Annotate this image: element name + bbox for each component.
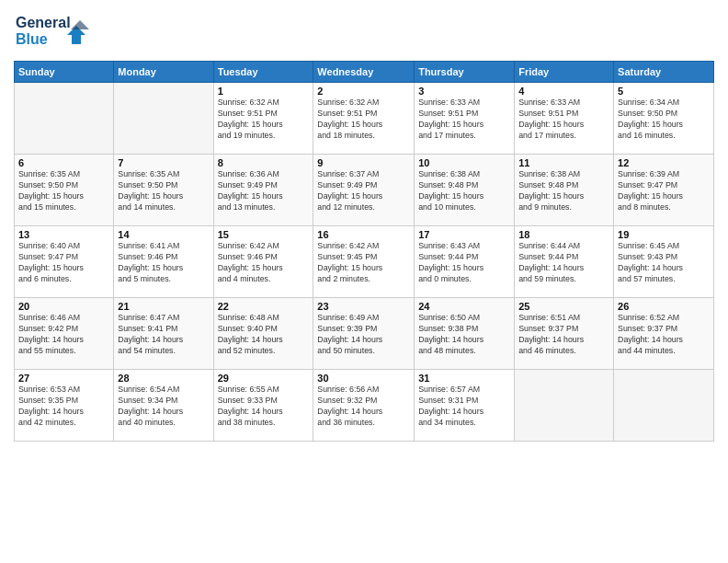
calendar-day-cell bbox=[114, 83, 213, 155]
day-info: Sunrise: 6:52 AM Sunset: 9:37 PM Dayligh… bbox=[618, 313, 710, 357]
calendar-week-row: 6Sunrise: 6:35 AM Sunset: 9:50 PM Daylig… bbox=[15, 155, 714, 226]
day-number: 15 bbox=[218, 229, 310, 240]
day-info: Sunrise: 6:56 AM Sunset: 9:32 PM Dayligh… bbox=[317, 385, 410, 429]
day-info: Sunrise: 6:44 AM Sunset: 9:44 PM Dayligh… bbox=[518, 241, 609, 285]
day-info: Sunrise: 6:42 AM Sunset: 9:45 PM Dayligh… bbox=[317, 241, 410, 285]
calendar-table: SundayMondayTuesdayWednesdayThursdayFrid… bbox=[14, 61, 714, 442]
day-info: Sunrise: 6:53 AM Sunset: 9:35 PM Dayligh… bbox=[18, 385, 109, 429]
calendar-day-cell: 7Sunrise: 6:35 AM Sunset: 9:50 PM Daylig… bbox=[114, 155, 213, 226]
day-number: 8 bbox=[218, 157, 310, 168]
day-info: Sunrise: 6:54 AM Sunset: 9:34 PM Dayligh… bbox=[118, 385, 209, 429]
day-number: 21 bbox=[118, 301, 209, 312]
calendar-week-row: 27Sunrise: 6:53 AM Sunset: 9:35 PM Dayli… bbox=[15, 370, 714, 442]
calendar-day-cell: 29Sunrise: 6:55 AM Sunset: 9:33 PM Dayli… bbox=[213, 370, 313, 442]
day-info: Sunrise: 6:51 AM Sunset: 9:37 PM Dayligh… bbox=[518, 313, 609, 357]
day-number: 26 bbox=[618, 301, 710, 312]
day-info: Sunrise: 6:42 AM Sunset: 9:46 PM Dayligh… bbox=[218, 241, 310, 285]
calendar-day-cell: 28Sunrise: 6:54 AM Sunset: 9:34 PM Dayli… bbox=[114, 370, 213, 442]
weekday-header: Wednesday bbox=[313, 62, 415, 83]
day-info: Sunrise: 6:41 AM Sunset: 9:46 PM Dayligh… bbox=[118, 241, 209, 285]
calendar-day-cell: 17Sunrise: 6:43 AM Sunset: 9:44 PM Dayli… bbox=[415, 226, 515, 298]
calendar-day-cell: 14Sunrise: 6:41 AM Sunset: 9:46 PM Dayli… bbox=[114, 226, 213, 298]
day-number: 5 bbox=[618, 86, 710, 97]
day-info: Sunrise: 6:32 AM Sunset: 9:51 PM Dayligh… bbox=[218, 98, 310, 142]
day-number: 11 bbox=[518, 157, 609, 168]
day-number: 31 bbox=[418, 373, 510, 384]
day-info: Sunrise: 6:45 AM Sunset: 9:43 PM Dayligh… bbox=[618, 241, 710, 285]
calendar-day-cell: 26Sunrise: 6:52 AM Sunset: 9:37 PM Dayli… bbox=[614, 298, 714, 370]
day-number: 17 bbox=[418, 229, 510, 240]
weekday-header: Monday bbox=[114, 62, 213, 83]
day-number: 13 bbox=[18, 229, 109, 240]
day-number: 18 bbox=[518, 229, 609, 240]
day-number: 9 bbox=[317, 157, 410, 168]
header: General Blue bbox=[14, 9, 714, 53]
day-info: Sunrise: 6:48 AM Sunset: 9:40 PM Dayligh… bbox=[218, 313, 310, 357]
logo-icon: General Blue bbox=[14, 9, 97, 50]
day-number: 27 bbox=[18, 373, 109, 384]
day-number: 20 bbox=[18, 301, 109, 312]
day-info: Sunrise: 6:38 AM Sunset: 9:48 PM Dayligh… bbox=[418, 169, 510, 213]
weekday-header: Thursday bbox=[415, 62, 515, 83]
day-info: Sunrise: 6:35 AM Sunset: 9:50 PM Dayligh… bbox=[118, 169, 209, 213]
logo: General Blue bbox=[14, 9, 97, 53]
calendar-day-cell: 4Sunrise: 6:33 AM Sunset: 9:51 PM Daylig… bbox=[515, 83, 614, 155]
day-number: 6 bbox=[18, 157, 109, 168]
day-info: Sunrise: 6:49 AM Sunset: 9:39 PM Dayligh… bbox=[317, 313, 410, 357]
day-number: 19 bbox=[618, 229, 710, 240]
day-number: 12 bbox=[618, 157, 710, 168]
weekday-header: Tuesday bbox=[213, 62, 313, 83]
day-info: Sunrise: 6:36 AM Sunset: 9:49 PM Dayligh… bbox=[218, 169, 310, 213]
day-info: Sunrise: 6:38 AM Sunset: 9:48 PM Dayligh… bbox=[518, 169, 609, 213]
calendar-day-cell: 8Sunrise: 6:36 AM Sunset: 9:49 PM Daylig… bbox=[213, 155, 313, 226]
calendar-day-cell: 18Sunrise: 6:44 AM Sunset: 9:44 PM Dayli… bbox=[515, 226, 614, 298]
calendar-day-cell: 20Sunrise: 6:46 AM Sunset: 9:42 PM Dayli… bbox=[15, 298, 114, 370]
day-info: Sunrise: 6:33 AM Sunset: 9:51 PM Dayligh… bbox=[418, 98, 510, 142]
calendar-day-cell: 16Sunrise: 6:42 AM Sunset: 9:45 PM Dayli… bbox=[313, 226, 415, 298]
day-info: Sunrise: 6:47 AM Sunset: 9:41 PM Dayligh… bbox=[118, 313, 209, 357]
day-number: 2 bbox=[317, 86, 410, 97]
svg-marker-3 bbox=[71, 20, 89, 29]
day-number: 23 bbox=[317, 301, 410, 312]
calendar-week-row: 13Sunrise: 6:40 AM Sunset: 9:47 PM Dayli… bbox=[15, 226, 714, 298]
calendar-day-cell: 5Sunrise: 6:34 AM Sunset: 9:50 PM Daylig… bbox=[614, 83, 714, 155]
calendar-day-cell: 1Sunrise: 6:32 AM Sunset: 9:51 PM Daylig… bbox=[213, 83, 313, 155]
calendar-day-cell: 3Sunrise: 6:33 AM Sunset: 9:51 PM Daylig… bbox=[415, 83, 515, 155]
calendar-day-cell bbox=[15, 83, 114, 155]
day-info: Sunrise: 6:50 AM Sunset: 9:38 PM Dayligh… bbox=[418, 313, 510, 357]
calendar-day-cell bbox=[614, 370, 714, 442]
weekday-header: Saturday bbox=[614, 62, 714, 83]
calendar-header-row: SundayMondayTuesdayWednesdayThursdayFrid… bbox=[15, 62, 714, 83]
day-info: Sunrise: 6:46 AM Sunset: 9:42 PM Dayligh… bbox=[18, 313, 109, 357]
svg-text:Blue: Blue bbox=[16, 31, 48, 47]
calendar-day-cell: 13Sunrise: 6:40 AM Sunset: 9:47 PM Dayli… bbox=[15, 226, 114, 298]
calendar-week-row: 1Sunrise: 6:32 AM Sunset: 9:51 PM Daylig… bbox=[15, 83, 714, 155]
calendar-day-cell: 12Sunrise: 6:39 AM Sunset: 9:47 PM Dayli… bbox=[614, 155, 714, 226]
day-info: Sunrise: 6:57 AM Sunset: 9:31 PM Dayligh… bbox=[418, 385, 510, 429]
day-number: 30 bbox=[317, 373, 410, 384]
calendar-day-cell: 27Sunrise: 6:53 AM Sunset: 9:35 PM Dayli… bbox=[15, 370, 114, 442]
calendar-day-cell: 19Sunrise: 6:45 AM Sunset: 9:43 PM Dayli… bbox=[614, 226, 714, 298]
calendar-day-cell: 9Sunrise: 6:37 AM Sunset: 9:49 PM Daylig… bbox=[313, 155, 415, 226]
page: General Blue SundayMondayTuesdayWednesda… bbox=[0, 0, 728, 563]
calendar-day-cell: 10Sunrise: 6:38 AM Sunset: 9:48 PM Dayli… bbox=[415, 155, 515, 226]
day-number: 7 bbox=[118, 157, 209, 168]
day-number: 10 bbox=[418, 157, 510, 168]
calendar-week-row: 20Sunrise: 6:46 AM Sunset: 9:42 PM Dayli… bbox=[15, 298, 714, 370]
day-number: 3 bbox=[418, 86, 510, 97]
svg-text:General: General bbox=[16, 15, 71, 30]
day-number: 29 bbox=[218, 373, 310, 384]
weekday-header: Sunday bbox=[15, 62, 114, 83]
calendar-day-cell: 22Sunrise: 6:48 AM Sunset: 9:40 PM Dayli… bbox=[213, 298, 313, 370]
calendar-day-cell: 2Sunrise: 6:32 AM Sunset: 9:51 PM Daylig… bbox=[313, 83, 415, 155]
calendar-day-cell: 21Sunrise: 6:47 AM Sunset: 9:41 PM Dayli… bbox=[114, 298, 213, 370]
day-info: Sunrise: 6:37 AM Sunset: 9:49 PM Dayligh… bbox=[317, 169, 410, 213]
calendar-day-cell: 15Sunrise: 6:42 AM Sunset: 9:46 PM Dayli… bbox=[213, 226, 313, 298]
calendar-day-cell: 30Sunrise: 6:56 AM Sunset: 9:32 PM Dayli… bbox=[313, 370, 415, 442]
calendar-day-cell: 11Sunrise: 6:38 AM Sunset: 9:48 PM Dayli… bbox=[515, 155, 614, 226]
day-number: 1 bbox=[218, 86, 310, 97]
day-info: Sunrise: 6:32 AM Sunset: 9:51 PM Dayligh… bbox=[317, 98, 410, 142]
day-info: Sunrise: 6:40 AM Sunset: 9:47 PM Dayligh… bbox=[18, 241, 109, 285]
day-number: 28 bbox=[118, 373, 209, 384]
day-info: Sunrise: 6:34 AM Sunset: 9:50 PM Dayligh… bbox=[618, 98, 710, 142]
